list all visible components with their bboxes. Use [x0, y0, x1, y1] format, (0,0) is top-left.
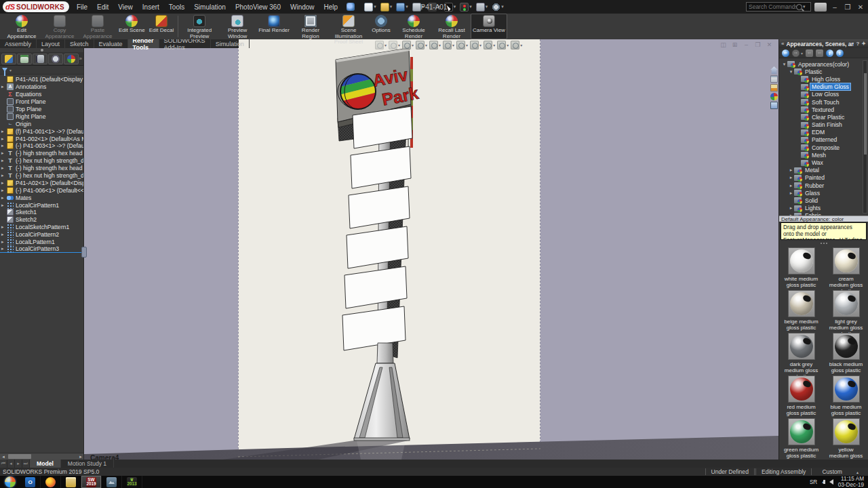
expand-arrow-icon[interactable]: ▸ [1, 129, 7, 134]
feature-tree-item[interactable]: ▸ Sketch2 [0, 216, 83, 224]
hud-tool[interactable]: ▾ [456, 41, 468, 49]
taskbar-app-explorer[interactable] [61, 476, 81, 488]
expand-arrow-icon[interactable]: ▸ [1, 143, 7, 148]
appearance-tree-item[interactable]: Painted [779, 174, 868, 182]
appearance-swatch[interactable]: black medium gloss plastic [829, 333, 864, 373]
panel-tabs-overflow-icon[interactable]: » [79, 56, 82, 62]
hud-tool[interactable]: ▾ [470, 41, 481, 49]
hud-tool[interactable]: ▾ [511, 41, 522, 49]
taskbar-app-solidworks[interactable]: SW2019 [81, 476, 102, 488]
menu-item[interactable]: Tools [164, 3, 189, 11]
feature-tree-item[interactable]: ▸ Equations [0, 91, 83, 98]
filter-dropdown-icon[interactable]: ▾ [9, 68, 12, 73]
feature-tree-item[interactable]: ▸ P41-A01 (Default<Display State-1>) [0, 76, 83, 83]
start-button-icon[interactable] [5, 476, 16, 487]
feature-tree-item[interactable]: ▸ (-) high strength hex head bolt_din< [0, 165, 83, 172]
tab-display-manager[interactable] [64, 54, 79, 64]
design-library-icon[interactable] [770, 75, 778, 83]
feature-tree-item[interactable]: ▸ (-) high strength hex head bolt_din< [0, 150, 83, 157]
viewport-window-button[interactable]: ◫ [719, 41, 727, 48]
minimize-button[interactable]: – [830, 3, 840, 11]
tab-configuration-manager[interactable] [33, 54, 47, 64]
feature-tree-item[interactable]: ▸ LocalSketchPattern1 [0, 224, 83, 231]
appearance-tree-item[interactable]: Glass [779, 189, 868, 197]
quick-access-button[interactable]: ▾ [458, 1, 473, 12]
up-level-icon[interactable] [836, 49, 844, 57]
taskbar-app-2013[interactable]: ❦2013 [122, 476, 142, 488]
feature-tree-item[interactable]: ▸ (-) P41-003<1> ->? (Default<As Mac [0, 142, 83, 150]
filter-icon[interactable] [2, 68, 7, 72]
model-tab[interactable]: Model [30, 460, 61, 468]
menu-item[interactable]: Edit [92, 3, 113, 11]
command-tab[interactable]: Assembly [0, 39, 37, 48]
graphics-viewport[interactable]: Aviv Park ▾▾▾▾▾▾▾▾▾▾▾ ◫⊞–❐✕ [84, 39, 778, 460]
appearance-swatch[interactable]: blue medium gloss plastic [829, 375, 864, 416]
units-caret-icon[interactable]: ▴ [856, 470, 859, 474]
tab-scroll-last-icon[interactable]: ⏭ [22, 460, 30, 468]
hud-tool[interactable]: ▾ [484, 41, 495, 49]
expand-arrow-icon[interactable] [788, 175, 794, 180]
appearance-swatch[interactable]: dark grey medium gloss plastic [784, 333, 819, 373]
quick-access-button[interactable]: ▾ [395, 1, 410, 12]
menu-item[interactable]: Simulation [189, 3, 231, 11]
ribbon-button[interactable]: Edit Appearance [3, 14, 41, 39]
quick-access-button[interactable]: ▾ [427, 1, 441, 12]
command-tab[interactable]: Layout [37, 39, 65, 48]
hud-tool[interactable]: ▾ [402, 41, 414, 49]
appearance-tree-item[interactable]: Metal [779, 167, 868, 174]
appearance-tree-item[interactable]: Soft Touch [779, 98, 868, 106]
feature-tree-item[interactable]: ▸ LocalLPattern1 [0, 239, 83, 246]
tab-feature-manager[interactable] [1, 54, 16, 64]
command-tab[interactable]: SOLIDWORKS Add-Ins [159, 39, 211, 48]
hud-tool[interactable]: ▾ [429, 41, 441, 49]
help-icon[interactable]: ? [856, 41, 859, 47]
expand-arrow-icon[interactable] [788, 69, 794, 75]
taskbar-app-firefox[interactable] [41, 476, 61, 488]
pin-icon[interactable]: ✦ [861, 41, 866, 47]
model-tab[interactable]: Motion Study 1 [61, 460, 114, 468]
viewport-window-button[interactable]: ⊞ [731, 41, 738, 48]
hud-tool[interactable]: ▾ [416, 41, 427, 49]
collapse-chevron-icon[interactable]: « [781, 41, 784, 47]
quick-access-button[interactable]: ▾ [490, 1, 505, 12]
taskbar-app-outlook[interactable]: O [20, 476, 41, 488]
ribbon-button[interactable]: Edit Decal [147, 14, 176, 39]
volume-icon[interactable] [829, 479, 833, 485]
view-palette-icon[interactable] [770, 84, 778, 92]
expand-arrow-icon[interactable] [788, 190, 794, 196]
appearance-tree-item[interactable]: Patterned [779, 136, 868, 144]
menu-item[interactable]: Window [285, 3, 319, 11]
menu-item[interactable]: PhotoView 360 [231, 3, 285, 11]
viewport-window-button[interactable]: ❐ [754, 41, 762, 48]
feature-tree-item[interactable]: ▸ LocalCirPattern1 [0, 201, 83, 209]
close-button[interactable]: ✕ [856, 3, 865, 11]
feature-tree-item[interactable]: ▸ (-) hex nut high strength_din<268> ( [0, 157, 83, 165]
appearance-tree-item[interactable]: Appearances(color) [779, 60, 868, 68]
expand-arrow-icon[interactable]: ▸ [1, 224, 7, 230]
feature-tree-item[interactable]: ▸ Right Plane [0, 113, 83, 120]
expand-arrow-icon[interactable]: ▸ [1, 158, 7, 163]
command-tab[interactable]: Sketch [65, 39, 94, 48]
ribbon-button[interactable]: Edit Scene [117, 14, 147, 39]
panel-splitter-handle[interactable] [81, 247, 87, 258]
menu-item[interactable]: View [113, 3, 138, 11]
quick-access-button[interactable]: ▾ [411, 1, 426, 12]
appearance-tree-item[interactable]: Satin Finish [779, 121, 868, 129]
feature-tree-item[interactable]: ▸ (-) hex nut high strength_din<331> ( [0, 172, 83, 180]
appearance-tree-item[interactable]: Textured [779, 106, 868, 113]
expand-arrow-icon[interactable]: ▸ [1, 188, 7, 193]
ribbon-button[interactable]: Recall Last Render [433, 14, 471, 39]
expand-arrow-icon[interactable] [788, 167, 794, 173]
expand-arrow-icon[interactable] [788, 205, 794, 211]
feature-tree-item[interactable]: ▸ Sketch1 [0, 209, 83, 216]
expand-arrow-icon[interactable]: ▸ [1, 150, 7, 156]
hud-tool[interactable]: ▾ [375, 41, 387, 49]
hud-tool[interactable]: ▾ [389, 41, 400, 49]
taskbar-app-photos[interactable] [102, 476, 122, 488]
units-selector[interactable]: Custom [812, 468, 852, 475]
vertical-scrollbar[interactable] [863, 60, 867, 214]
ribbon-button[interactable]: Integrated Preview [180, 14, 218, 39]
pin-icon[interactable] [347, 3, 355, 11]
back-button[interactable] [782, 49, 789, 57]
menu-item[interactable]: Help [319, 3, 343, 11]
